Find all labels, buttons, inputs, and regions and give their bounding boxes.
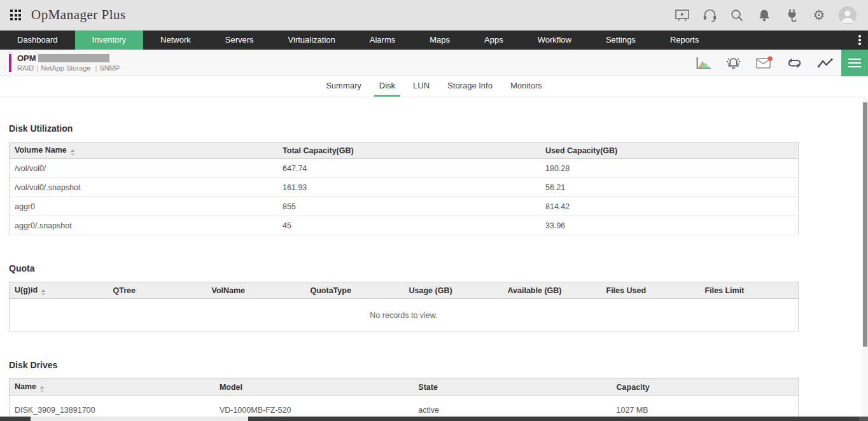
tab-storage-info[interactable]: Storage Info <box>442 76 498 97</box>
nav-overflow-kebab-icon[interactable] <box>851 31 868 50</box>
section-title: Disk Drives <box>9 360 868 370</box>
column-header-label: State <box>418 383 438 392</box>
nav-tab-settings[interactable]: Settings <box>589 31 653 50</box>
tab-monitors[interactable]: Monitors <box>505 76 547 97</box>
column-header-label: Name <box>15 382 36 391</box>
table-row[interactable]: aggr0/.snapshot4533.96 <box>10 216 799 235</box>
tab-summary[interactable]: Summary <box>321 76 367 97</box>
column-header-label: VolName <box>212 286 246 295</box>
column-header[interactable]: Files Limit <box>700 282 799 299</box>
vertical-scrollbar-thumb[interactable] <box>863 102 867 347</box>
scrollbar-corner <box>859 417 868 421</box>
cell: 855 <box>277 197 540 216</box>
column-header[interactable]: Capacity <box>612 379 799 396</box>
column-header[interactable]: Model <box>214 379 413 396</box>
disk-utilization-table: Volume NameTotal Capacity(GB)Used Capaci… <box>0 142 868 235</box>
nav-tab-network[interactable]: Network <box>143 31 208 50</box>
menu-hamburger-icon[interactable] <box>841 50 868 76</box>
device-header: OPM RAID|NetApp Storage |SNMP <box>0 50 868 76</box>
cell: 45 <box>277 216 540 235</box>
disk-tab-content: Disk Utilization Volume NameTotal Capaci… <box>0 123 868 421</box>
horizontal-scrollbar-thumb[interactable] <box>31 417 248 421</box>
nav-tab-servers[interactable]: Servers <box>208 31 271 50</box>
column-header-label: Available (GB) <box>508 286 562 295</box>
main-nav: Dashboard Inventory Network Servers Virt… <box>0 31 868 50</box>
column-header-label: Volume Name <box>15 146 67 155</box>
quota-table: U(g)idQTreeVolNameQuotaTypeUsage (GB)Ava… <box>0 282 868 332</box>
nav-tab-alarms[interactable]: Alarms <box>353 31 412 50</box>
performance-chart-icon[interactable] <box>694 55 711 71</box>
disk_utilization-grid: Volume NameTotal Capacity(GB)Used Capaci… <box>9 142 799 235</box>
cell: /vol/vol0/ <box>10 159 278 178</box>
column-header[interactable]: Available (GB) <box>503 282 601 299</box>
device-actions <box>694 55 834 71</box>
empty-row: No records to view. <box>10 299 799 332</box>
nav-tab-maps[interactable]: Maps <box>412 31 467 50</box>
column-header[interactable]: Name <box>10 379 214 396</box>
vertical-scrollbar[interactable] <box>862 98 868 417</box>
app-title: OpManager Plus <box>31 7 126 23</box>
search-icon[interactable] <box>729 8 745 23</box>
apps-grid-icon[interactable] <box>10 10 21 20</box>
notifications-bell-icon[interactable] <box>757 8 772 23</box>
dependency-link-icon[interactable] <box>786 55 803 71</box>
column-header[interactable]: QuotaType <box>305 282 404 299</box>
cell: 647.74 <box>277 159 540 178</box>
cell: 814.42 <box>540 197 799 216</box>
column-header[interactable]: Files Used <box>601 282 700 299</box>
column-header[interactable]: VolName <box>207 282 305 299</box>
training-icon[interactable] <box>675 8 690 23</box>
column-header[interactable]: Total Capacity(GB) <box>277 142 540 159</box>
quota-grid: U(g)idQTreeVolNameQuotaTypeUsage (GB)Ava… <box>9 282 799 332</box>
nav-tab-virtualization[interactable]: Virtualization <box>271 31 353 50</box>
column-header[interactable]: U(g)id <box>10 282 108 299</box>
table-row[interactable]: /vol/vol0/.snapshot161.9356.21 <box>10 178 799 197</box>
device-meta: RAID|NetApp Storage |SNMP <box>17 64 120 72</box>
section-title: Disk Utilization <box>9 123 868 134</box>
device-category: NetApp Storage <box>41 64 90 72</box>
empty-message: No records to view. <box>10 299 799 332</box>
nav-tab-reports[interactable]: Reports <box>653 31 717 50</box>
sort-icon[interactable] <box>71 149 74 156</box>
nav-tab-dashboard[interactable]: Dashboard <box>0 31 75 50</box>
tab-lun[interactable]: LUN <box>408 76 435 97</box>
response-pulse-icon[interactable] <box>816 55 834 71</box>
disk-drives-table: NameModelStateCapacityDISK_3909_13891700… <box>0 378 868 421</box>
table-row[interactable]: aggr0855814.42 <box>10 197 799 216</box>
column-header[interactable]: Volume Name <box>10 142 278 159</box>
nav-tab-workflow[interactable]: Workflow <box>521 31 589 50</box>
nav-tab-inventory[interactable]: Inventory <box>75 31 143 50</box>
topbar-actions: ⚙ <box>675 6 857 24</box>
column-header[interactable]: Used Capacity(GB) <box>540 142 799 159</box>
column-header-label: Usage (GB) <box>409 286 452 295</box>
user-avatar[interactable] <box>839 6 857 24</box>
device-subtabs: Summary Disk LUN Storage Info Monitors <box>0 76 868 97</box>
column-header-label: U(g)id <box>15 286 38 294</box>
device-type: RAID <box>17 64 34 72</box>
sort-icon[interactable] <box>40 386 44 392</box>
settings-gear-icon[interactable]: ⚙ <box>811 8 827 23</box>
disk-utilization-section: Disk Utilization Volume NameTotal Capaci… <box>0 123 868 235</box>
cell: aggr0/.snapshot <box>10 216 278 235</box>
tab-disk[interactable]: Disk <box>374 76 400 97</box>
table-row[interactable]: /vol/vol0/647.74180.28 <box>10 159 799 178</box>
column-header[interactable]: State <box>413 379 611 396</box>
nav-tab-apps[interactable]: Apps <box>467 31 521 50</box>
alarm-bell-icon[interactable] <box>725 55 742 71</box>
device-info: OPM RAID|NetApp Storage |SNMP <box>17 53 120 72</box>
column-header-label: QuotaType <box>311 286 351 295</box>
column-header-label: Capacity <box>617 383 650 392</box>
column-header[interactable]: QTree <box>108 282 207 299</box>
sort-icon[interactable] <box>41 289 45 296</box>
support-headset-icon[interactable] <box>702 8 717 23</box>
cell: /vol/vol0/.snapshot <box>10 178 278 197</box>
horizontal-scrollbar[interactable] <box>0 417 868 421</box>
mail-icon[interactable] <box>755 55 773 71</box>
plugin-icon[interactable] <box>784 8 799 23</box>
column-header-label: Model <box>220 383 242 392</box>
cell: 180.28 <box>540 159 799 178</box>
disk_drives-grid: NameModelStateCapacityDISK_3909_13891700… <box>9 378 799 421</box>
column-header[interactable]: Usage (GB) <box>404 282 503 299</box>
disk-drives-section: Disk Drives NameModelStateCapacityDISK_3… <box>0 360 868 421</box>
device-name: OPM <box>17 53 36 63</box>
